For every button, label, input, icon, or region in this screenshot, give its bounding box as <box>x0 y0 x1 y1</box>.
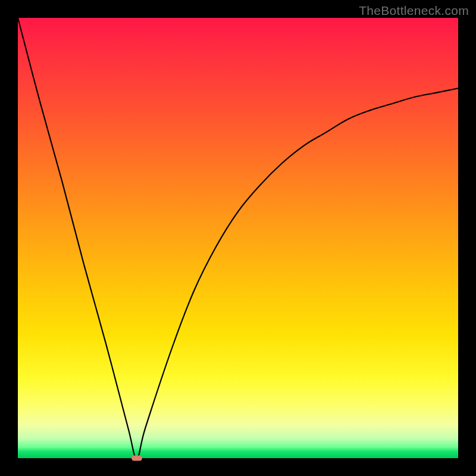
watermark-text: TheBottleneck.com <box>359 4 469 18</box>
plot-area <box>18 18 458 458</box>
minimum-marker <box>131 456 142 461</box>
bottleneck-curve <box>18 18 458 458</box>
chart-frame: TheBottleneck.com <box>0 0 476 476</box>
